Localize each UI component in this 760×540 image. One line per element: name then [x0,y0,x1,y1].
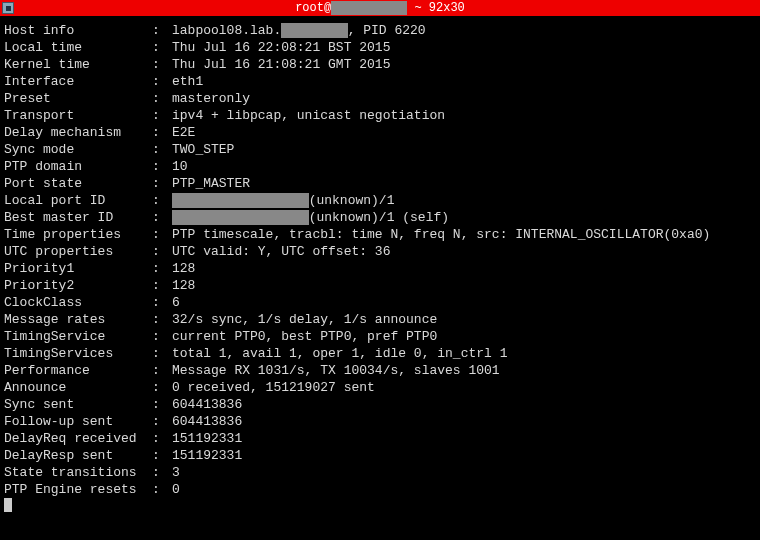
row-separator: : [152,447,172,464]
app-icon [2,2,14,14]
row-label: State transitions [4,464,152,481]
row-separator: : [152,311,172,328]
info-row: Priority1: 128 [4,260,756,277]
info-row: DelayResp sent: 151192331 [4,447,756,464]
row-label: Message rates [4,311,152,328]
row-value: 0 [172,481,180,498]
row-separator: : [152,362,172,379]
info-row: ClockClass: 6 [4,294,756,311]
row-value: E2E [172,124,195,141]
row-value: Thu Jul 16 22:08:21 BST 2015 [172,39,390,56]
row-value: 128 [172,277,195,294]
row-separator: : [152,226,172,243]
row-label: Priority1 [4,260,152,277]
row-separator: : [152,124,172,141]
info-row: Message rates: 32/s sync, 1/s delay, 1/s… [4,311,756,328]
row-label: Preset [4,90,152,107]
row-label: Port state [4,175,152,192]
row-value: PTP timescale, tracbl: time N, freq N, s… [172,226,710,243]
row-value: PTP_MASTER [172,175,250,192]
row-value: ipv4 + libpcap, unicast negotiation [172,107,445,124]
info-row: Time properties: PTP timescale, tracbl: … [4,226,756,243]
row-value: (unknown)/1 (self) [172,209,449,226]
info-row: Priority2: 128 [4,277,756,294]
info-row: TimingService: current PTP0, best PTP0, … [4,328,756,345]
row-label: Host info [4,22,152,39]
row-separator: : [152,379,172,396]
row-value: 6 [172,294,180,311]
row-value: 128 [172,260,195,277]
info-row: Follow-up sent: 604413836 [4,413,756,430]
terminal-content[interactable]: Host info: labpool08.lab. , PID 6220Loca… [0,16,760,518]
row-separator: : [152,413,172,430]
row-separator: : [152,345,172,362]
row-separator: : [152,39,172,56]
row-label: Priority2 [4,277,152,294]
info-row: Delay mechanism: E2E [4,124,756,141]
row-separator: : [152,22,172,39]
row-label: Follow-up sent [4,413,152,430]
row-label: Local time [4,39,152,56]
row-label: ClockClass [4,294,152,311]
row-label: Performance [4,362,152,379]
row-separator: : [152,464,172,481]
row-separator: : [152,430,172,447]
row-label: Interface [4,73,152,90]
row-separator: : [152,73,172,90]
row-value: masteronly [172,90,250,107]
row-value: TWO_STEP [172,141,234,158]
row-label: TimingService [4,328,152,345]
info-row: Best master ID: (unknown)/1 (self) [4,209,756,226]
info-row: Kernel time: Thu Jul 16 21:08:21 GMT 201… [4,56,756,73]
info-row: Interface: eth1 [4,73,756,90]
info-row: Transport: ipv4 + libpcap, unicast negot… [4,107,756,124]
info-row: DelayReq received: 151192331 [4,430,756,447]
info-row: PTP Engine resets: 0 [4,481,756,498]
info-row: State transitions: 3 [4,464,756,481]
row-value: 604413836 [172,396,242,413]
cursor-line [4,498,756,512]
row-label: Delay mechanism [4,124,152,141]
row-separator: : [152,175,172,192]
row-label: UTC properties [4,243,152,260]
info-row: Preset: masteronly [4,90,756,107]
redacted-host [331,1,407,15]
row-separator: : [152,277,172,294]
info-row: TimingServices: total 1, avail 1, oper 1… [4,345,756,362]
row-separator: : [152,192,172,209]
row-value: eth1 [172,73,203,90]
row-label: Transport [4,107,152,124]
info-row: PTP domain: 10 [4,158,756,175]
row-separator: : [152,243,172,260]
row-label: Sync sent [4,396,152,413]
redacted-text [172,193,309,208]
info-row: Performance: Message RX 1031/s, TX 10034… [4,362,756,379]
row-value: 151192331 [172,430,242,447]
row-value: UTC valid: Y, UTC offset: 36 [172,243,390,260]
row-value: Thu Jul 16 21:08:21 GMT 2015 [172,56,390,73]
row-value: total 1, avail 1, oper 1, idle 0, in_ctr… [172,345,507,362]
info-row: Sync sent: 604413836 [4,396,756,413]
row-value: 10 [172,158,188,175]
row-separator: : [152,107,172,124]
redacted-text [172,210,309,225]
row-separator: : [152,260,172,277]
row-label: Local port ID [4,192,152,209]
row-label: Kernel time [4,56,152,73]
terminal-cursor [4,498,12,512]
row-separator: : [152,90,172,107]
info-row: Local port ID: (unknown)/1 [4,192,756,209]
row-label: PTP domain [4,158,152,175]
row-label: Announce [4,379,152,396]
row-value: (unknown)/1 [172,192,394,209]
row-value: current PTP0, best PTP0, pref PTP0 [172,328,437,345]
row-value: 0 received, 151219027 sent [172,379,375,396]
info-row: Port state: PTP_MASTER [4,175,756,192]
window-title: root@ ~ 92x30 [295,0,465,17]
row-value: 604413836 [172,413,242,430]
row-value: Message RX 1031/s, TX 10034/s, slaves 10… [172,362,500,379]
row-label: PTP Engine resets [4,481,152,498]
window-titlebar: root@ ~ 92x30 [0,0,760,16]
row-label: Best master ID [4,209,152,226]
row-value: 151192331 [172,447,242,464]
